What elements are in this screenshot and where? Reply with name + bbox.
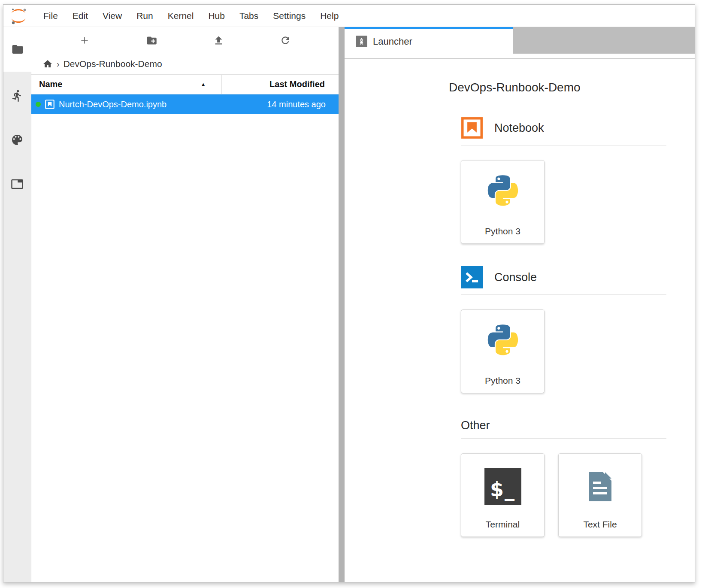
new-folder-icon: [146, 35, 157, 46]
upload-icon: [213, 35, 224, 46]
terminal-icon: $_: [484, 468, 521, 505]
file-list-empty-area: [31, 114, 339, 582]
new-folder-button[interactable]: [145, 34, 157, 46]
name-header-label: Name: [39, 79, 62, 89]
menu-bar: File Edit View Run Kernel Hub Tabs Setti…: [3, 5, 695, 27]
refresh-icon: [280, 35, 291, 46]
file-name: Nurtch-DevOps-Demo.ipynb: [59, 100, 166, 109]
section-notebook-header: Notebook: [461, 117, 666, 139]
launcher-card-terminal[interactable]: $_ Terminal: [461, 453, 545, 537]
activity-bar-items: [3, 72, 31, 582]
launcher-card-text-file[interactable]: Text File: [558, 453, 642, 537]
menu-tabs[interactable]: Tabs: [232, 11, 266, 21]
plus-icon: [79, 35, 90, 46]
card-label-text-file: Text File: [583, 519, 617, 530]
section-notebook-label: Notebook: [494, 121, 544, 135]
python-logo-icon: [484, 175, 522, 212]
section-other-label: Other: [461, 419, 490, 432]
menu-hub[interactable]: Hub: [201, 11, 232, 21]
file-list-header: Name ▲ Last Modified: [31, 74, 339, 94]
notebook-cards: Python 3: [461, 160, 666, 244]
section-console-label: Console: [494, 271, 537, 284]
file-browser-panel: › DevOps-Runbook-Demo Name ▲ Last Modifi…: [31, 27, 339, 582]
main-dock-panel: Launcher DevOps-Runbook-Demo Notebook: [345, 27, 695, 582]
tab-launcher[interactable]: Launcher: [345, 27, 513, 54]
menu-run[interactable]: Run: [129, 11, 160, 21]
folder-icon: [11, 43, 24, 56]
commands-palette-icon[interactable]: [10, 133, 24, 147]
main-area: › DevOps-Runbook-Demo Name ▲ Last Modifi…: [3, 27, 695, 582]
launcher-card-console-python3[interactable]: Python 3: [461, 309, 545, 393]
open-tabs-icon[interactable]: [11, 178, 24, 191]
menu-items: File Edit View Run Kernel Hub Tabs Setti…: [36, 11, 346, 21]
other-cards: $_ Terminal: [461, 453, 666, 537]
running-sessions-icon[interactable]: [11, 89, 24, 102]
launcher-body: DevOps-Runbook-Demo Notebook: [345, 59, 695, 582]
notebook-section-icon: [461, 117, 483, 139]
sort-ascending-icon: ▲: [200, 81, 206, 88]
section-divider: [461, 294, 666, 295]
launcher-card-notebook-python3[interactable]: Python 3: [461, 160, 545, 244]
launcher-rocket-icon: [356, 36, 367, 47]
tab-launcher-label: Launcher: [373, 36, 412, 47]
modified-header-label: Last Modified: [269, 79, 325, 89]
launcher-cwd-title: DevOps-Runbook-Demo: [449, 81, 666, 94]
refresh-button[interactable]: [279, 34, 291, 46]
kernel-running-dot-icon: [36, 102, 41, 107]
section-divider: [461, 145, 666, 145]
card-label-python3: Python 3: [485, 226, 520, 236]
panel-splitter[interactable]: [339, 27, 345, 582]
file-modified: 14 minutes ago: [222, 100, 339, 109]
jupyter-logo-icon: [9, 6, 28, 26]
upload-button[interactable]: [212, 34, 224, 46]
menu-settings[interactable]: Settings: [266, 11, 313, 21]
menu-file[interactable]: File: [36, 11, 65, 21]
dock-content-divider: [345, 54, 695, 59]
text-file-icon: [581, 468, 619, 506]
menu-edit[interactable]: Edit: [65, 11, 95, 21]
section-console-header: Console: [461, 266, 666, 288]
card-label-terminal: Terminal: [486, 519, 520, 530]
name-column-header[interactable]: Name ▲: [31, 75, 222, 94]
section-other-header: Other: [461, 419, 666, 432]
file-row-selected[interactable]: Nurtch-DevOps-Demo.ipynb 14 minutes ago: [31, 94, 339, 114]
card-label-python3: Python 3: [485, 376, 520, 386]
new-launcher-button[interactable]: [79, 34, 91, 46]
activity-bar: [3, 27, 31, 582]
notebook-file-icon: [44, 99, 55, 110]
menu-kernel[interactable]: Kernel: [160, 11, 201, 21]
home-icon[interactable]: [42, 59, 53, 69]
python-logo-icon: [484, 324, 522, 362]
file-browser-toolbar: [31, 27, 339, 54]
dock-tab-bar: Launcher: [345, 27, 695, 54]
sidebar-item-file-browser[interactable]: [3, 27, 31, 72]
console-section-icon: [461, 266, 483, 288]
modified-column-header[interactable]: Last Modified: [222, 75, 339, 94]
breadcrumb-separator: ›: [57, 59, 60, 69]
section-divider: [461, 438, 666, 439]
jupyterlab-window: File Edit View Run Kernel Hub Tabs Setti…: [3, 4, 695, 582]
menu-help[interactable]: Help: [313, 11, 346, 21]
breadcrumb: › DevOps-Runbook-Demo: [31, 54, 339, 74]
file-row-name-cell: Nurtch-DevOps-Demo.ipynb: [31, 99, 222, 110]
breadcrumb-current-folder[interactable]: DevOps-Runbook-Demo: [64, 59, 162, 69]
menu-view[interactable]: View: [95, 11, 129, 21]
console-cards: Python 3: [461, 309, 666, 393]
